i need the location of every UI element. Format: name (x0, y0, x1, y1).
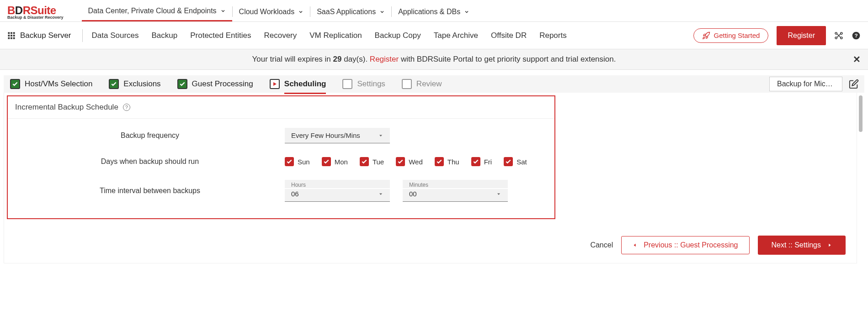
previous-label: Previous :: Guest Processing (644, 241, 738, 249)
day-sun[interactable]: Sun (285, 157, 310, 166)
nav2-item-tape[interactable]: Tape Archive (434, 31, 478, 40)
nav2-item-backupcopy[interactable]: Backup Copy (375, 31, 421, 40)
cancel-button[interactable]: Cancel (590, 241, 613, 249)
svg-marker-16 (379, 135, 382, 136)
row-days: Days when backup should run Sun Mon Tue … (15, 157, 547, 166)
trial-banner: Your trial will expires in 29 day(s). Re… (0, 49, 868, 70)
nav-divider (82, 29, 83, 42)
select-value: Every Few Hours/Mins (291, 131, 360, 139)
svg-marker-18 (497, 193, 500, 195)
getting-started-label: Getting Started (714, 31, 760, 39)
select-backup-frequency[interactable]: Every Few Hours/Mins (285, 128, 390, 143)
day-tue[interactable]: Tue (360, 157, 384, 166)
days-of-week: Sun Mon Tue Wed Thu Fri Sat (285, 157, 527, 166)
select-value: 00 (409, 190, 417, 198)
day-thu[interactable]: Thu (435, 157, 459, 166)
getting-started-button[interactable]: Getting Started (693, 28, 769, 43)
secondary-header: Backup Server Data Sources Backup Protec… (0, 22, 868, 49)
server-label: Backup Server (20, 31, 71, 40)
chevron-down-icon (464, 9, 469, 15)
step-label: Guest Processing (192, 79, 253, 89)
nav1-label: Cloud Workloads (239, 8, 295, 16)
dropdown-arrow-icon (496, 191, 501, 197)
select-minutes[interactable]: 00 (403, 189, 508, 202)
svg-rect-3 (8, 35, 10, 37)
top-header: BDRSuite Backup & Disaster Recovery Data… (0, 0, 868, 22)
job-title-field[interactable]: Backup for Mic… (769, 77, 842, 91)
step-settings[interactable]: Settings (342, 79, 385, 89)
nav2-item-offsite[interactable]: Offsite DR (491, 31, 527, 40)
day-label: Fri (484, 158, 492, 166)
svg-rect-7 (11, 37, 12, 39)
next-button[interactable]: Next :: Settings (758, 236, 846, 255)
help-icon[interactable]: ? (852, 31, 861, 40)
label-interval: Time interval between backups (15, 187, 285, 195)
nav1-item-apps[interactable]: Applications & DBs (392, 2, 476, 21)
day-label: Mon (335, 158, 348, 166)
step-guest[interactable]: Guest Processing (177, 79, 253, 89)
nav1-item-saas[interactable]: SaaS Applications (310, 2, 391, 21)
day-label: Thu (447, 158, 459, 166)
previous-button[interactable]: Previous :: Guest Processing (621, 236, 749, 254)
chevron-down-icon (220, 8, 226, 14)
step-scheduling[interactable]: Scheduling (270, 79, 326, 89)
trial-register-link[interactable]: Register (370, 55, 399, 63)
day-label: Wed (409, 158, 423, 166)
nav1-label: Applications & DBs (398, 8, 460, 16)
incremental-schedule-section: Incremental Backup Schedule ? Backup fre… (7, 95, 555, 219)
secondary-nav: Data Sources Backup Protected Entities R… (92, 31, 567, 40)
register-button[interactable]: Register (777, 26, 826, 45)
wizard-steps: Host/VMs Selection Exclusions Guest Proc… (4, 75, 864, 93)
nav2-item-recovery[interactable]: Recovery (264, 31, 297, 40)
step-label: Review (416, 79, 442, 89)
day-mon[interactable]: Mon (322, 157, 348, 166)
wizard-content: Incremental Backup Schedule ? Backup fre… (4, 93, 857, 263)
trial-suffix: with BDRSuite Portal to get priority sup… (399, 55, 616, 63)
chevron-down-icon (379, 9, 385, 15)
step-hostvm[interactable]: Host/VMs Selection (10, 79, 92, 89)
svg-marker-19 (634, 244, 636, 247)
nav1-item-datacenter[interactable]: Data Center, Private Cloud & Endpoints (82, 2, 232, 21)
edit-icon[interactable] (849, 79, 859, 89)
nav2-item-backup[interactable]: Backup (152, 31, 178, 40)
nav2-item-reports[interactable]: Reports (539, 31, 567, 40)
scroll-thumb[interactable] (859, 95, 863, 132)
day-label: Tue (373, 158, 384, 166)
rocket-icon (702, 31, 710, 40)
step-exclusions[interactable]: Exclusions (109, 79, 160, 89)
arrow-right-icon (827, 242, 832, 248)
apps-grid-icon[interactable] (7, 31, 16, 40)
day-fri[interactable]: Fri (471, 157, 492, 166)
svg-rect-5 (13, 35, 15, 37)
day-sat[interactable]: Sat (504, 157, 527, 166)
svg-rect-2 (13, 32, 15, 34)
step-label: Settings (357, 79, 385, 89)
wizard-steps-wrap: Host/VMs Selection Exclusions Guest Proc… (4, 75, 864, 93)
nav2-item-replication[interactable]: VM Replication (309, 31, 362, 40)
row-interval: Time interval between backups Hours 06 M… (15, 180, 547, 202)
wizard-footer: Cancel Previous :: Guest Processing Next… (4, 227, 857, 263)
day-wed[interactable]: Wed (396, 157, 423, 166)
label-days: Days when backup should run (15, 158, 285, 166)
dropdown-arrow-icon (378, 133, 383, 138)
trial-days: 29 (333, 55, 342, 63)
label-backup-frequency: Backup frequency (15, 131, 285, 140)
brand-tagline: Backup & Disaster Recovery (7, 15, 64, 20)
select-hours[interactable]: 06 (285, 189, 390, 202)
chevron-down-icon (298, 9, 304, 15)
close-icon[interactable]: ✕ (853, 54, 861, 65)
primary-nav: Data Center, Private Cloud & Endpoints C… (82, 2, 476, 21)
help-tooltip-icon[interactable]: ? (123, 104, 130, 111)
day-label: Sat (517, 158, 527, 166)
nav2-item-protected[interactable]: Protected Entities (190, 31, 251, 40)
select-value: 06 (291, 190, 299, 198)
svg-text:?: ? (854, 32, 857, 38)
step-label: Scheduling (284, 79, 326, 89)
network-icon[interactable] (834, 31, 843, 40)
svg-marker-20 (829, 244, 831, 247)
nav2-item-datasources[interactable]: Data Sources (92, 31, 139, 40)
step-review[interactable]: Review (402, 79, 442, 89)
nav1-item-cloud[interactable]: Cloud Workloads (233, 2, 310, 21)
scrollbar[interactable] (857, 93, 864, 263)
svg-marker-17 (379, 193, 382, 195)
